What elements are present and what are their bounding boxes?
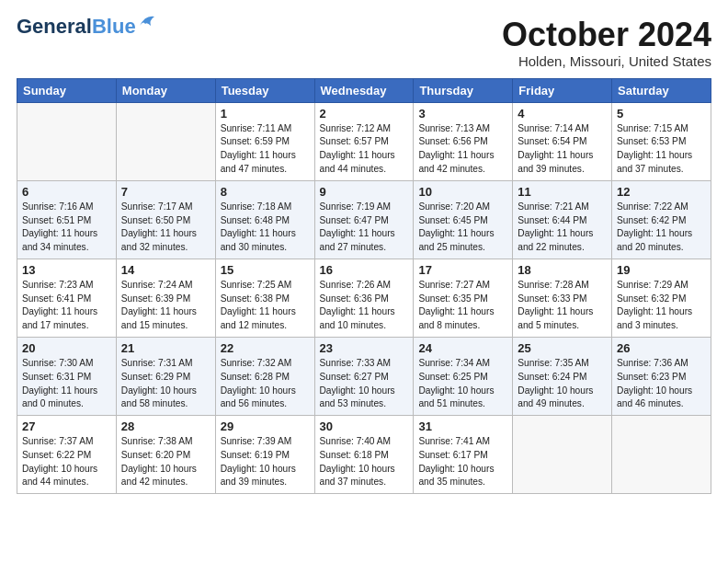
weekday-header-wednesday: Wednesday: [314, 78, 414, 102]
weekday-header-sunday: Sunday: [17, 78, 117, 102]
day-number: 7: [121, 185, 210, 199]
calendar-cell: [513, 416, 612, 494]
day-info: Sunrise: 7:33 AM Sunset: 6:27 PM Dayligh…: [320, 357, 409, 411]
page: GeneralBlue October 2024 Holden, Missour…: [0, 0, 728, 503]
day-info: Sunrise: 7:25 AM Sunset: 6:38 PM Dayligh…: [221, 279, 310, 333]
logo-general: General: [17, 15, 92, 38]
calendar-cell: 19Sunrise: 7:29 AM Sunset: 6:32 PM Dayli…: [612, 259, 711, 337]
day-number: 27: [22, 419, 111, 433]
day-number: 18: [518, 263, 607, 277]
day-info: Sunrise: 7:40 AM Sunset: 6:18 PM Dayligh…: [320, 435, 409, 489]
weekday-header-saturday: Saturday: [612, 78, 711, 102]
calendar-cell: 14Sunrise: 7:24 AM Sunset: 6:39 PM Dayli…: [116, 259, 215, 337]
day-number: 6: [22, 185, 111, 199]
month-title: October 2024: [502, 17, 711, 53]
day-number: 30: [320, 419, 409, 433]
week-row-2: 6Sunrise: 7:16 AM Sunset: 6:51 PM Daylig…: [17, 180, 711, 259]
calendar: SundayMondayTuesdayWednesdayThursdayFrid…: [17, 78, 711, 495]
day-info: Sunrise: 7:39 AM Sunset: 6:19 PM Dayligh…: [221, 435, 310, 489]
day-info: Sunrise: 7:41 AM Sunset: 6:17 PM Dayligh…: [418, 435, 507, 489]
calendar-cell: 31Sunrise: 7:41 AM Sunset: 6:17 PM Dayli…: [414, 416, 513, 494]
calendar-cell: [17, 102, 117, 180]
calendar-cell: 4Sunrise: 7:14 AM Sunset: 6:54 PM Daylig…: [513, 102, 612, 180]
day-number: 3: [418, 107, 507, 121]
calendar-cell: 28Sunrise: 7:38 AM Sunset: 6:20 PM Dayli…: [116, 416, 215, 494]
day-number: 11: [518, 185, 607, 199]
weekday-header-tuesday: Tuesday: [215, 78, 314, 102]
day-info: Sunrise: 7:13 AM Sunset: 6:56 PM Dayligh…: [418, 122, 507, 177]
calendar-cell: 23Sunrise: 7:33 AM Sunset: 6:27 PM Dayli…: [314, 337, 414, 415]
day-number: 26: [617, 341, 706, 355]
day-info: Sunrise: 7:28 AM Sunset: 6:33 PM Dayligh…: [518, 279, 607, 333]
calendar-cell: 24Sunrise: 7:34 AM Sunset: 6:25 PM Dayli…: [414, 337, 513, 415]
day-number: 9: [320, 185, 409, 199]
location: Holden, Missouri, United States: [502, 53, 711, 69]
day-info: Sunrise: 7:21 AM Sunset: 6:44 PM Dayligh…: [518, 201, 607, 255]
calendar-cell: 5Sunrise: 7:15 AM Sunset: 6:53 PM Daylig…: [612, 102, 711, 180]
day-number: 28: [121, 419, 210, 433]
day-number: 31: [418, 419, 507, 433]
week-row-5: 27Sunrise: 7:37 AM Sunset: 6:22 PM Dayli…: [17, 416, 711, 494]
day-info: Sunrise: 7:12 AM Sunset: 6:57 PM Dayligh…: [320, 122, 409, 177]
weekday-header-friday: Friday: [513, 78, 612, 102]
header: GeneralBlue October 2024 Holden, Missour…: [17, 17, 711, 69]
day-number: 19: [617, 263, 706, 277]
day-number: 15: [221, 263, 310, 277]
day-number: 25: [518, 341, 607, 355]
day-info: Sunrise: 7:27 AM Sunset: 6:35 PM Dayligh…: [418, 279, 507, 333]
day-info: Sunrise: 7:15 AM Sunset: 6:53 PM Dayligh…: [617, 122, 706, 177]
day-info: Sunrise: 7:20 AM Sunset: 6:45 PM Dayligh…: [418, 201, 507, 255]
day-info: Sunrise: 7:17 AM Sunset: 6:50 PM Dayligh…: [121, 201, 210, 255]
day-number: 10: [418, 185, 507, 199]
day-info: Sunrise: 7:34 AM Sunset: 6:25 PM Dayligh…: [418, 357, 507, 411]
calendar-cell: 12Sunrise: 7:22 AM Sunset: 6:42 PM Dayli…: [612, 180, 711, 259]
day-info: Sunrise: 7:18 AM Sunset: 6:48 PM Dayligh…: [221, 201, 310, 255]
calendar-cell: 30Sunrise: 7:40 AM Sunset: 6:18 PM Dayli…: [314, 416, 414, 494]
weekday-header-row: SundayMondayTuesdayWednesdayThursdayFrid…: [17, 78, 711, 102]
week-row-1: 1Sunrise: 7:11 AM Sunset: 6:59 PM Daylig…: [17, 102, 711, 180]
day-info: Sunrise: 7:37 AM Sunset: 6:22 PM Dayligh…: [22, 435, 111, 489]
calendar-cell: 29Sunrise: 7:39 AM Sunset: 6:19 PM Dayli…: [215, 416, 314, 494]
day-number: 16: [320, 263, 409, 277]
week-row-4: 20Sunrise: 7:30 AM Sunset: 6:31 PM Dayli…: [17, 337, 711, 415]
day-info: Sunrise: 7:16 AM Sunset: 6:51 PM Dayligh…: [22, 201, 111, 255]
day-number: 23: [320, 341, 409, 355]
week-row-3: 13Sunrise: 7:23 AM Sunset: 6:41 PM Dayli…: [17, 259, 711, 337]
calendar-cell: 10Sunrise: 7:20 AM Sunset: 6:45 PM Dayli…: [414, 180, 513, 259]
day-info: Sunrise: 7:35 AM Sunset: 6:24 PM Dayligh…: [518, 357, 607, 411]
day-number: 1: [221, 107, 310, 121]
day-info: Sunrise: 7:23 AM Sunset: 6:41 PM Dayligh…: [22, 279, 111, 333]
calendar-cell: 1Sunrise: 7:11 AM Sunset: 6:59 PM Daylig…: [215, 102, 314, 180]
calendar-cell: 27Sunrise: 7:37 AM Sunset: 6:22 PM Dayli…: [17, 416, 117, 494]
calendar-cell: 16Sunrise: 7:26 AM Sunset: 6:36 PM Dayli…: [314, 259, 414, 337]
calendar-cell: 2Sunrise: 7:12 AM Sunset: 6:57 PM Daylig…: [314, 102, 414, 180]
day-number: 17: [418, 263, 507, 277]
day-info: Sunrise: 7:22 AM Sunset: 6:42 PM Dayligh…: [617, 201, 706, 255]
day-number: 8: [221, 185, 310, 199]
day-info: Sunrise: 7:26 AM Sunset: 6:36 PM Dayligh…: [320, 279, 409, 333]
day-number: 22: [221, 341, 310, 355]
day-number: 20: [22, 341, 111, 355]
day-info: Sunrise: 7:32 AM Sunset: 6:28 PM Dayligh…: [221, 357, 310, 411]
calendar-cell: 25Sunrise: 7:35 AM Sunset: 6:24 PM Dayli…: [513, 337, 612, 415]
day-info: Sunrise: 7:24 AM Sunset: 6:39 PM Dayligh…: [121, 279, 210, 333]
day-number: 4: [518, 107, 607, 121]
day-info: Sunrise: 7:31 AM Sunset: 6:29 PM Dayligh…: [121, 357, 210, 411]
calendar-cell: 3Sunrise: 7:13 AM Sunset: 6:56 PM Daylig…: [414, 102, 513, 180]
calendar-cell: 13Sunrise: 7:23 AM Sunset: 6:41 PM Dayli…: [17, 259, 117, 337]
calendar-cell: 18Sunrise: 7:28 AM Sunset: 6:33 PM Dayli…: [513, 259, 612, 337]
day-info: Sunrise: 7:29 AM Sunset: 6:32 PM Dayligh…: [617, 279, 706, 333]
day-number: 12: [617, 185, 706, 199]
day-info: Sunrise: 7:19 AM Sunset: 6:47 PM Dayligh…: [320, 201, 409, 255]
calendar-cell: 20Sunrise: 7:30 AM Sunset: 6:31 PM Dayli…: [17, 337, 117, 415]
title-block: October 2024 Holden, Missouri, United St…: [502, 17, 711, 69]
weekday-header-monday: Monday: [116, 78, 215, 102]
calendar-cell: 11Sunrise: 7:21 AM Sunset: 6:44 PM Dayli…: [513, 180, 612, 259]
calendar-cell: 21Sunrise: 7:31 AM Sunset: 6:29 PM Dayli…: [116, 337, 215, 415]
calendar-cell: 7Sunrise: 7:17 AM Sunset: 6:50 PM Daylig…: [116, 180, 215, 259]
day-number: 2: [320, 107, 409, 121]
weekday-header-thursday: Thursday: [414, 78, 513, 102]
day-number: 5: [617, 107, 706, 121]
logo-blue: Blue: [92, 15, 136, 38]
day-number: 29: [221, 419, 310, 433]
